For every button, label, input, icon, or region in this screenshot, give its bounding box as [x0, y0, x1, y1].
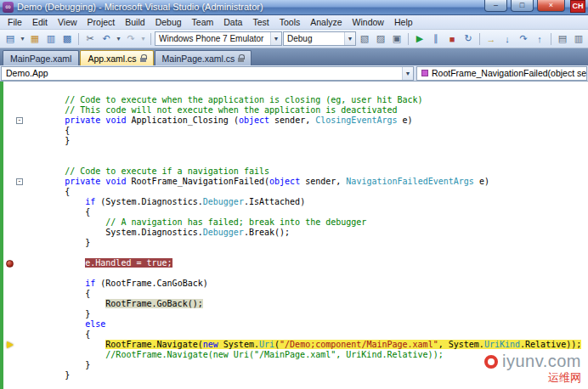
menu-view[interactable]: View: [53, 16, 82, 28]
outlining-margin: -: [15, 117, 24, 124]
code-line[interactable]: {: [0, 289, 588, 299]
redo-icon[interactable]: ↷: [123, 31, 139, 46]
cut-icon[interactable]: ✂: [82, 31, 98, 46]
code-line[interactable]: [0, 248, 588, 258]
step-into-icon[interactable]: ↓: [500, 31, 515, 46]
code-line[interactable]: else: [0, 319, 588, 330]
code-line[interactable]: {: [0, 207, 588, 217]
yellow-arrow-icon: [7, 341, 14, 348]
undo-icon[interactable]: ↶: [99, 31, 114, 46]
step-out-icon[interactable]: ↑: [532, 31, 547, 46]
minimize-button[interactable]: –: [484, 0, 507, 12]
show-next-statement-icon[interactable]: →: [483, 31, 499, 46]
code-line[interactable]: - private void RootFrame_NavigationFaile…: [0, 177, 588, 187]
code-line[interactable]: if (System.Diagnostics.Debugger.IsAttach…: [0, 197, 588, 207]
code-text: {: [24, 289, 90, 299]
start-debug-icon[interactable]: ▶: [412, 31, 427, 46]
code-text: }: [24, 238, 90, 248]
types-dropdown[interactable]: Demo.App ▼: [1, 66, 414, 81]
toolbar-separator: [78, 33, 79, 45]
new-item-dropdown-icon[interactable]: ▾: [19, 31, 26, 46]
breakpoint-indicator[interactable]: [4, 260, 15, 268]
code-line[interactable]: {: [0, 126, 588, 136]
chevron-down-icon: ▼: [270, 32, 281, 45]
code-text: RootFrame.GoBack();: [24, 299, 203, 309]
solution-config-combo[interactable]: Debug▼: [283, 31, 356, 46]
step-over-icon[interactable]: ↷: [516, 31, 531, 46]
code-line[interactable]: // This code will not execute when the a…: [0, 105, 588, 116]
toolbox-icon[interactable]: ▤: [555, 31, 570, 46]
deployment-target-combo-value: Windows Phone 7 Emulator: [159, 34, 267, 43]
close-button[interactable]: ×: [537, 0, 565, 12]
current-statement-arrow-icon[interactable]: [4, 341, 15, 348]
code-line[interactable]: {: [0, 330, 588, 340]
menu-test[interactable]: Test: [247, 16, 274, 28]
tab-label: MainPage.xaml: [10, 54, 71, 64]
code-text: else: [24, 319, 105, 330]
watermark-site-text: iyunv.com: [502, 352, 581, 371]
members-dropdown[interactable]: RootFrame_NavigationFailed(object send ▼: [416, 66, 587, 81]
code-line[interactable]: - private void Application_Closing (obje…: [0, 116, 588, 126]
watermark: iyunv.com 运维网: [484, 352, 581, 386]
stop-debug-icon[interactable]: ■: [444, 31, 460, 46]
code-line[interactable]: System.Diagnostics.Debugger.Break();: [0, 228, 588, 238]
code-line[interactable]: }: [0, 136, 588, 146]
break-all-icon[interactable]: ∥: [428, 31, 444, 46]
collapse-region-icon[interactable]: -: [16, 178, 23, 185]
output-window-icon[interactable]: ▥: [571, 31, 586, 46]
find-in-files-icon[interactable]: ▧: [357, 31, 372, 46]
menu-edit[interactable]: Edit: [27, 16, 53, 28]
code-line[interactable]: RootFrame.Navigate(new System.Uri("/Demo…: [0, 340, 588, 350]
code-text: // This code will not execute when the a…: [24, 105, 398, 116]
menu-window[interactable]: Window: [348, 16, 389, 28]
menu-analyze[interactable]: Analyze: [305, 16, 347, 28]
code-editor[interactable]: // Code to execute when the application …: [0, 82, 588, 389]
chevron-down-icon: ▼: [402, 67, 413, 80]
maximize-button[interactable]: □: [511, 0, 534, 12]
menu-project[interactable]: Project: [82, 16, 121, 28]
code-line[interactable]: // Code to execute when the application …: [0, 95, 588, 105]
toolbar: ▤▾▦▥▩✂↶▾↷▾Windows Phone 7 Emulator▼Debug…: [0, 30, 588, 48]
code-line[interactable]: [0, 146, 588, 156]
code-text: {: [24, 126, 70, 136]
menu-build[interactable]: Build: [120, 16, 150, 28]
tab-label: MainPage.xaml.cs: [162, 54, 235, 64]
code-line[interactable]: {: [0, 187, 588, 197]
code-text: }: [24, 360, 90, 370]
menu-file[interactable]: File: [3, 16, 27, 28]
tab-mainpage-xaml-cs[interactable]: MainPage.xaml.cs: [155, 50, 252, 65]
code-line[interactable]: // Code to execute if a navigation fails: [0, 166, 588, 177]
code-line[interactable]: [0, 268, 588, 279]
code-line[interactable]: [0, 156, 588, 166]
restart-icon[interactable]: ↻: [461, 31, 476, 46]
code-line[interactable]: if (RootFrame.CanGoBack): [0, 279, 588, 289]
deployment-target-combo[interactable]: Windows Phone 7 Emulator▼: [155, 31, 282, 46]
code-line[interactable]: e.Handled = true;: [0, 258, 588, 268]
collapse-region-icon[interactable]: -: [16, 117, 23, 124]
chevron-down-icon: ▼: [344, 32, 355, 45]
properties-window-icon[interactable]: ▣: [389, 31, 404, 46]
code-line[interactable]: }: [0, 238, 588, 248]
code-line[interactable]: }: [0, 309, 588, 319]
code-text: // Code to execute if a navigation fails: [24, 166, 269, 177]
save-all-icon[interactable]: ▩: [59, 31, 75, 46]
code-text: //RootFrame.Navigate(new Uri("/MainPage.…: [24, 350, 444, 360]
menu-help[interactable]: Help: [389, 16, 418, 28]
code-line[interactable]: RootFrame.GoBack();: [0, 299, 588, 309]
save-icon[interactable]: ▥: [43, 31, 59, 46]
redo-dropdown-icon[interactable]: ▾: [139, 31, 147, 46]
tab-app-xaml-cs[interactable]: App.xaml.cs: [80, 50, 153, 65]
breakpoint-dot-icon: [6, 260, 14, 268]
open-file-icon[interactable]: ▦: [27, 31, 42, 46]
menu-debug[interactable]: Debug: [150, 16, 187, 28]
code-line[interactable]: // A navigation has failed; break into t…: [0, 217, 588, 228]
undo-dropdown-icon[interactable]: ▾: [115, 31, 122, 46]
solution-explorer-icon[interactable]: ▨: [373, 31, 388, 46]
ime-language-badge[interactable]: CH: [570, 0, 585, 13]
menu-team[interactable]: Team: [187, 16, 219, 28]
menu-tools[interactable]: Tools: [274, 16, 306, 28]
new-project-icon[interactable]: ▤: [3, 31, 18, 46]
tab-mainpage-xaml[interactable]: MainPage.xaml: [3, 50, 79, 65]
menu-data[interactable]: Data: [218, 16, 247, 28]
window-title: Demo (Debugging) - Microsoft Visual Stud…: [17, 0, 481, 14]
